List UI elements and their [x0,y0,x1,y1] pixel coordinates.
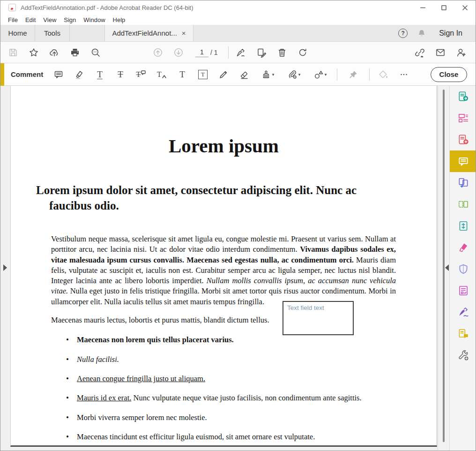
main-toolbar: / 1 [0,42,476,63]
pdf-page: Lorem ipsum Lorem ipsum dolor sit amet, … [10,86,437,447]
minimize-button[interactable] [412,0,433,15]
sign-in-button[interactable]: Sign In [439,29,462,38]
acrobat-logo-icon [8,4,16,11]
share-cloud-button[interactable] [44,43,65,62]
sign-button[interactable] [231,43,251,62]
save-button[interactable] [3,43,23,62]
sidebar-create-pdf[interactable] [450,129,476,150]
envelope-icon [435,47,446,58]
sidebar-edit-pdf[interactable] [450,107,476,129]
sidebar-organize-pages[interactable] [450,194,476,215]
favorites-button[interactable] [23,43,44,62]
page-number-input[interactable] [195,48,208,57]
arrow-up-circle-icon [153,47,163,58]
replace-text-tool[interactable]: T [131,64,151,85]
document-heading: Lorem ipsum dolor sit amet, consectetur … [11,182,437,213]
strikethrough-text-icon: T [118,70,123,79]
sidebar-more-tools[interactable] [450,345,476,366]
close-comment-button[interactable]: Close [431,67,467,82]
tab-tools[interactable]: Tools [35,25,70,41]
underline-text-tool[interactable]: T [89,64,110,85]
sidebar-protect[interactable] [450,258,476,280]
tab-document[interactable]: AddTextFieldAnnot... × [104,25,193,41]
menu-bar: File Edit View Sign Window Help [0,15,476,25]
drawing-tools-tool[interactable]: ▾ [307,64,333,85]
get-link-button[interactable] [409,43,430,62]
menu-help[interactable]: Help [109,16,129,23]
list-item: Morbi viverra semper lorem nec molestie. [77,413,396,423]
tab-close-icon[interactable]: × [182,30,186,37]
highlighter-icon [74,69,84,80]
erase-tool[interactable] [234,64,254,85]
scrollbar-thumb[interactable] [443,90,445,442]
add-text-comment-tool[interactable]: T [172,64,193,85]
maximize-button[interactable] [433,0,454,15]
underline-text-icon: T [97,70,103,79]
edit-pdf-icon [457,112,469,124]
insert-text-icon: T [157,71,162,78]
list-item: Mauris id ex erat. Nunc vulputate neque … [77,393,396,403]
notifications-button[interactable] [414,25,430,41]
arrow-down-circle-icon [173,47,184,58]
find-button[interactable] [85,43,106,62]
replace-bubble-icon [141,70,146,75]
stamp-icon [261,69,271,80]
toolbar-separator [228,46,229,59]
minimize-icon [420,5,425,10]
sidebar-compress-pdf[interactable] [450,215,476,237]
delete-button[interactable] [272,43,292,62]
insert-text-tool[interactable]: T [151,64,172,85]
color-picker-tool[interactable] [370,64,397,85]
sidebar-comment-selected[interactable] [450,150,476,172]
menu-view[interactable]: View [39,16,60,23]
shapes-dropdown-icon: ▾ [325,72,327,77]
rotate-view-button[interactable] [292,43,313,62]
attach-file-tool[interactable]: ▾ [281,64,307,85]
text-box-tool[interactable]: T [193,64,213,85]
page-total-label: / 1 [210,49,218,56]
next-view-button[interactable] [168,43,189,62]
keep-tool-selected-pin[interactable] [337,64,369,85]
sticky-note-tool[interactable] [48,64,69,85]
previous-view-button[interactable] [148,43,168,62]
menu-edit[interactable]: Edit [22,16,39,23]
export-page-button[interactable] [251,43,272,62]
maximize-icon [441,5,446,10]
list-item: Aenean congue fringilla justo ut aliquam… [77,374,396,384]
sidebar-export-pdf[interactable] [450,86,476,107]
strikethrough-text-tool[interactable]: T [110,64,131,85]
draw-tool[interactable] [213,64,234,85]
comment-toolbar-label: Comment [11,70,45,78]
sidebar-redact[interactable] [450,237,476,258]
wrench-plus-icon [457,349,469,361]
sidebar-prepare-form[interactable] [450,280,476,301]
list-item: Maecenas non lorem quis tellus placerat … [77,335,396,345]
highlight-text-tool[interactable] [69,64,89,85]
sidebar-send-for-comments[interactable] [450,323,476,345]
print-button[interactable] [65,43,85,62]
stamp-tool[interactable]: ▾ [254,64,281,85]
menu-sign[interactable]: Sign [60,16,80,23]
more-options-button[interactable] [397,64,411,85]
text-field-annotation[interactable]: Text field text [283,301,354,335]
menu-window[interactable]: Window [80,16,109,23]
menu-file[interactable]: File [4,16,22,23]
stamp-dropdown-icon: ▾ [272,72,275,77]
expand-left-panel-arrow[interactable] [3,264,7,271]
paperclip-icon [287,69,298,80]
close-window-button[interactable] [454,0,476,15]
send-email-button[interactable] [430,43,451,62]
share-with-people-button[interactable] [451,43,471,62]
sidebar-fill-and-sign[interactable] [450,301,476,323]
list-item: Maecenas tincidunt est efficitur ligula … [77,432,396,442]
tools-sidebar [449,86,476,451]
organize-pages-icon [457,198,469,210]
collapse-right-panel-arrow[interactable] [445,264,449,271]
compress-pdf-icon [457,220,469,232]
comment-accent-bar [0,63,4,86]
sidebar-combine-files[interactable] [450,172,476,194]
export-pdf-icon [457,90,469,103]
star-icon [29,47,39,58]
help-button[interactable]: ? [395,25,411,41]
tab-home[interactable]: Home [0,25,35,41]
